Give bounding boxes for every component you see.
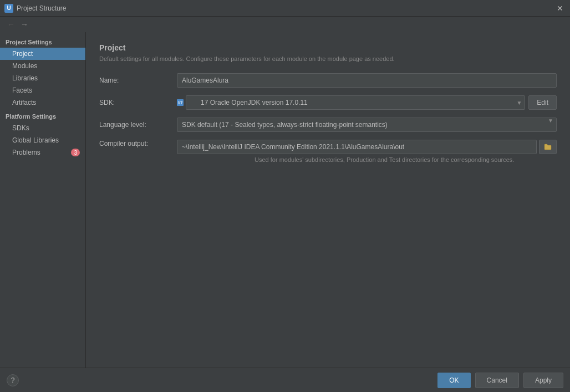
sidebar-item-problems[interactable]: Problems 3 bbox=[0, 146, 85, 159]
compiler-output-row: Compiler output: Used for modules' subdi… bbox=[99, 140, 557, 163]
compiler-note: Used for modules' subdirectories, Produc… bbox=[255, 156, 557, 163]
title-bar: U Project Structure ✕ bbox=[0, 0, 570, 17]
sidebar-item-libraries[interactable]: Libraries bbox=[0, 72, 85, 84]
compiler-output-input[interactable] bbox=[177, 140, 537, 154]
bottom-bar: ? OK Cancel Apply bbox=[0, 368, 570, 392]
name-row: Name: bbox=[99, 73, 557, 88]
problems-badge: 3 bbox=[71, 149, 80, 156]
apply-button[interactable]: Apply bbox=[523, 373, 563, 388]
panel-title: Project bbox=[99, 43, 557, 52]
sdk-label: SDK: bbox=[99, 99, 177, 106]
ok-button[interactable]: OK bbox=[437, 373, 470, 388]
sidebar-item-sdks[interactable]: SDKs bbox=[0, 122, 85, 134]
close-button[interactable]: ✕ bbox=[554, 3, 566, 14]
language-level-wrapper: SDK default (17 - Sealed types, always-s… bbox=[177, 118, 557, 132]
sidebar-item-artifacts[interactable]: Artifacts bbox=[0, 96, 85, 109]
nav-bar: ← → bbox=[0, 17, 570, 32]
window-title: Project Structure bbox=[17, 4, 554, 12]
bottom-buttons: OK Cancel Apply bbox=[437, 373, 563, 388]
main-content: Project Settings Project Modules Librari… bbox=[0, 32, 570, 368]
language-level-label: Language level: bbox=[99, 121, 177, 129]
sidebar-item-facets[interactable]: Facets bbox=[0, 84, 85, 96]
right-panel: Project Default settings for all modules… bbox=[86, 32, 570, 368]
cancel-button[interactable]: Cancel bbox=[475, 373, 519, 388]
compiler-output-label: Compiler output: bbox=[99, 140, 177, 147]
name-input[interactable] bbox=[177, 73, 557, 88]
edit-sdk-button[interactable]: Edit bbox=[528, 95, 557, 110]
help-button[interactable]: ? bbox=[7, 374, 19, 386]
compiler-browse-button[interactable] bbox=[539, 140, 557, 154]
panel-description: Default settings for all modules. Config… bbox=[99, 55, 557, 62]
back-button[interactable]: ← bbox=[4, 19, 18, 30]
platform-settings-label: Platform Settings bbox=[0, 109, 85, 122]
project-settings-label: Project Settings bbox=[0, 34, 85, 48]
app-icon: U bbox=[4, 4, 13, 13]
sdk-row: SDK: 17 17 Oracle OpenJDK version 17.0.1… bbox=[99, 95, 557, 110]
sidebar-item-modules[interactable]: Modules bbox=[0, 60, 85, 72]
sidebar-item-project[interactable]: Project bbox=[0, 48, 85, 60]
sdk-dropdown[interactable]: 17 Oracle OpenJDK version 17.0.11 bbox=[186, 95, 525, 110]
forward-button[interactable]: → bbox=[18, 19, 31, 30]
folder-icon bbox=[544, 144, 552, 150]
sdk-select-wrapper: 17 17 Oracle OpenJDK version 17.0.11 ▼ bbox=[177, 95, 525, 110]
sidebar-item-global-libraries[interactable]: Global Libraries bbox=[0, 134, 85, 146]
language-level-dropdown[interactable]: SDK default (17 - Sealed types, always-s… bbox=[177, 118, 557, 132]
sidebar: Project Settings Project Modules Librari… bbox=[0, 32, 86, 368]
name-label: Name: bbox=[99, 77, 177, 84]
compiler-input-wrapper bbox=[177, 140, 557, 154]
sdk-icon: 17 bbox=[177, 99, 184, 106]
language-level-row: Language level: SDK default (17 - Sealed… bbox=[99, 118, 557, 132]
